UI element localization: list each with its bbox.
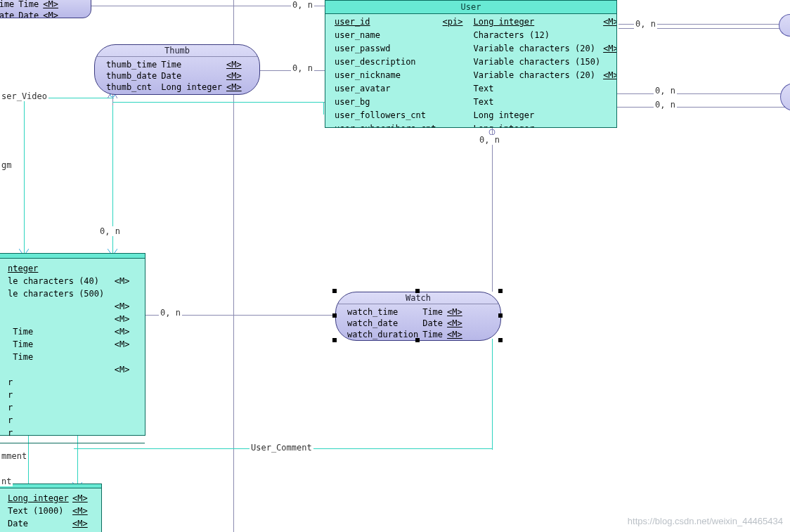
selection-handle[interactable] (332, 313, 337, 318)
cell: <M> (226, 60, 245, 70)
cell: Time (161, 60, 225, 70)
label-mment: mment (0, 451, 28, 461)
cell: watch_time (347, 307, 421, 317)
cardinality: 0, n (159, 308, 182, 318)
selection-handle[interactable] (498, 313, 503, 318)
entity-comment-partial[interactable]: Long integer<M>Text (1000)<M>Date<M>Time (0, 484, 102, 532)
svg-point-4 (489, 129, 495, 135)
entity-title: Watch (336, 292, 500, 304)
cell: thumb_time (106, 60, 160, 70)
entity-partial-top[interactable]: s_time Time <M> s_date Date <M> (0, 0, 91, 18)
selection-handle[interactable] (332, 338, 337, 342)
cell: <M> (43, 0, 61, 9)
selection-handle[interactable] (332, 289, 337, 293)
cardinality: 0, n (654, 86, 677, 96)
entity-title: User (325, 1, 616, 14)
cell: <M> (447, 307, 465, 317)
label-user-video: ser_Video (0, 91, 48, 101)
cell: watch_duration (347, 330, 421, 339)
cell: thumb_date (106, 71, 160, 81)
entity-thumb[interactable]: Thumb thumb_time Time <M> thumb_date Dat… (94, 44, 260, 95)
label-user-comment: User_Comment (250, 443, 313, 453)
cell: Time (18, 0, 41, 9)
watermark: https://blog.csdn.net/weixin_44465434 (628, 516, 783, 526)
cell: Time (422, 330, 446, 339)
cardinality: 0, n (98, 226, 122, 236)
cardinality: 0, n (291, 0, 314, 10)
cardinality: 0, n (478, 135, 501, 145)
entity-video-partial[interactable]: ntegerle characters (40) <M>le character… (0, 253, 145, 436)
selection-handle[interactable] (415, 289, 420, 293)
selection-handle[interactable] (415, 338, 420, 342)
entity-partial-right[interactable] (779, 14, 790, 37)
cardinality: 0, n (291, 63, 314, 73)
cell: s_date (0, 11, 17, 18)
selection-handle[interactable] (498, 338, 503, 342)
cell: <M> (226, 71, 245, 81)
label-gm: gm (0, 160, 13, 170)
label-nt: nt (0, 476, 13, 486)
cell: <M> (447, 330, 465, 339)
cell: Date (161, 71, 225, 81)
entity-watch[interactable]: Watch watch_time Time <M> watch_date Dat… (335, 292, 501, 341)
cell: <M> (226, 82, 245, 92)
cell: Date (18, 11, 41, 18)
cardinality: 0, n (634, 19, 657, 29)
cell: watch_date (347, 318, 421, 328)
cell: Date (422, 318, 446, 328)
cell: <M> (43, 11, 61, 18)
cell: Long integer (161, 82, 225, 92)
entity-user[interactable]: User user_id<pi>Long integer<M>user_name… (325, 0, 617, 128)
entity-title: Thumb (95, 45, 259, 57)
cell: Time (422, 307, 446, 317)
cell: s_time (0, 0, 17, 9)
cell: <M> (447, 318, 465, 328)
cardinality: 0, n (654, 100, 677, 110)
cell: thumb_cnt (106, 82, 160, 92)
selection-handle[interactable] (498, 289, 503, 293)
